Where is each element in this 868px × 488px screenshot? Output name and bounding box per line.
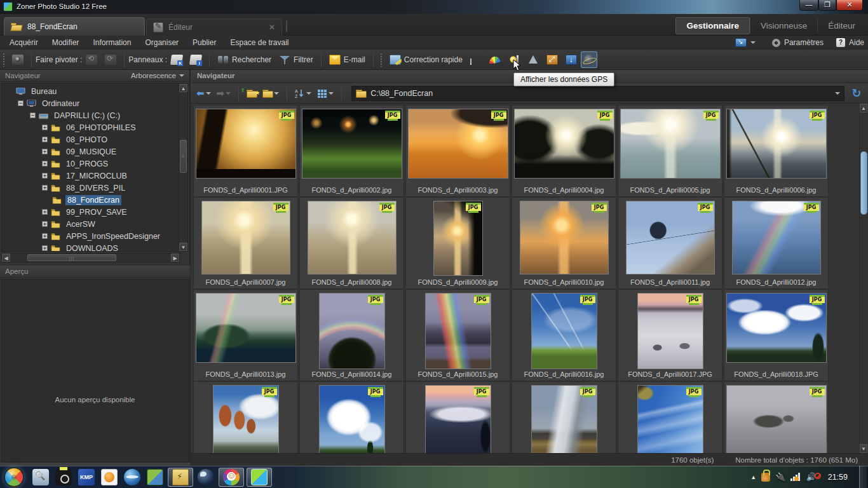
tree-item-08-photo[interactable]: +08_PHOTO xyxy=(2,133,179,146)
tree-expander-icon[interactable]: + xyxy=(42,149,48,154)
maximize-button[interactable]: ❐ xyxy=(818,0,836,11)
tree-item-ordinateur[interactable]: −Ordinateur xyxy=(2,97,179,109)
parametres-button[interactable]: Paramètres xyxy=(784,38,824,47)
scroll-right-icon[interactable]: ▶ xyxy=(171,254,179,262)
thumbnail-cell-22[interactable]: JPG xyxy=(512,382,616,453)
sharpen-button[interactable] xyxy=(524,53,543,67)
rotate-right-button[interactable] xyxy=(101,53,120,67)
open-folder-taskbar-button[interactable] xyxy=(168,468,193,487)
volume-muted-icon[interactable]: 🔊 xyxy=(806,472,816,482)
mode-tab-gestionnaire[interactable]: Gestionnaire xyxy=(675,17,750,34)
close-button[interactable]: ✕ xyxy=(836,0,863,11)
back-button[interactable]: ⬅ xyxy=(194,86,213,100)
photo-thumbnail[interactable]: JPG xyxy=(637,385,703,453)
scroll-down-icon[interactable]: ▼ xyxy=(179,243,187,251)
toolbar-grip-2[interactable] xyxy=(380,53,383,67)
resize-button[interactable] xyxy=(543,53,562,67)
thumbnail-cell-10[interactable]: JPGFONDS_d_Aprilli0010.jpg xyxy=(512,198,616,288)
photo-thumbnail[interactable]: JPG xyxy=(425,385,491,453)
photo-thumbnail[interactable]: JPG xyxy=(425,293,491,369)
grid-vertical-scrollbar[interactable]: ▲ ▼ xyxy=(859,104,868,453)
scroll-left-icon[interactable]: ◀ xyxy=(2,254,10,262)
tree-item-bureau[interactable]: Bureau xyxy=(2,85,179,97)
path-dropdown-caret[interactable] xyxy=(835,92,840,95)
filtrer-button[interactable]: Filtrer xyxy=(275,53,317,67)
tree-item-10-progs[interactable]: +10_PROGS xyxy=(2,158,179,170)
favorites-button[interactable]: ★ xyxy=(261,88,281,98)
thumbnail-cell-20[interactable]: JPG xyxy=(300,382,403,453)
tree-expander-icon[interactable]: + xyxy=(42,137,48,142)
panel-info-button[interactable]: i xyxy=(186,53,205,67)
thumbnail-cell-15[interactable]: JPGFONDS_d_Aprilli0015.jpg xyxy=(406,290,510,381)
thumbnail-cell-24[interactable]: JPG xyxy=(724,382,828,453)
menu-publier[interactable]: Publier xyxy=(186,38,223,47)
new-editor-tab-button[interactable] xyxy=(286,21,297,32)
menu-organiser[interactable]: Organiser xyxy=(138,38,186,47)
camera-taskbar-icon[interactable] xyxy=(55,469,72,485)
email-button[interactable]: E-mail xyxy=(325,53,369,67)
menu-espace-de-travail[interactable]: Espace de travail xyxy=(223,38,295,47)
thumbnail-cell-12[interactable]: JPGFONDS_d_Aprilli0012.jpg xyxy=(724,198,828,288)
photo-thumbnail[interactable]: JPG xyxy=(201,201,290,274)
tree-expander-icon[interactable]: − xyxy=(18,100,24,106)
toolbar-grip[interactable] xyxy=(3,53,6,67)
thumbnail-cell-11[interactable]: JPGFONDS_d_Aprilli0011.jpg xyxy=(618,198,722,288)
favorites-caret[interactable] xyxy=(274,92,279,95)
thumbnail-cell-14[interactable]: JPGFONDS_d_Aprilli0014.jpg xyxy=(300,290,403,381)
tab-folder-88-fondecran[interactable]: 88_FondEcran xyxy=(4,17,145,36)
tree-hscroll-thumb[interactable]: ||| xyxy=(27,254,116,261)
photo-thumbnail[interactable]: JPG xyxy=(531,385,597,453)
photo-thumbnail[interactable]: JPG xyxy=(520,201,609,274)
thumbnail-cell-3[interactable]: JPGFONDS_d_Aprilli0003.jpg xyxy=(406,105,510,196)
chevron-down-icon[interactable] xyxy=(750,41,756,44)
curves-button[interactable] xyxy=(485,53,505,67)
tree-vertical-scrollbar[interactable]: ▲ ≡ ▼ xyxy=(179,83,188,252)
tree-item-09-musique[interactable]: +09_MUSIQUE xyxy=(2,146,179,158)
tree-item-acersw[interactable]: +AcerSW xyxy=(2,218,179,230)
panel-keywords-button[interactable]: K xyxy=(167,53,186,67)
photo-thumbnail[interactable]: JPG xyxy=(626,201,715,274)
tray-lock-icon[interactable] xyxy=(761,473,770,482)
aide-button[interactable]: Aide xyxy=(849,38,864,47)
browser-sphere-taskbar-icon[interactable] xyxy=(124,469,140,485)
refresh-button[interactable]: ↻ xyxy=(849,86,864,101)
dark-sphere-taskbar-icon[interactable] xyxy=(198,469,214,485)
levels-button[interactable] xyxy=(466,53,485,67)
photo-thumbnail[interactable]: JPG xyxy=(308,201,397,274)
thumbnail-cell-8[interactable]: JPGFONDS_d_Aprilli0008.jpg xyxy=(300,198,403,288)
tree-item-apps-ironspeeddesigner[interactable]: +APPS_IronSpeedDesigner xyxy=(2,230,179,242)
menu-acqu-rir[interactable]: Acquérir xyxy=(3,38,45,47)
thumbnail-cell-21[interactable]: JPG xyxy=(406,382,510,453)
tree-expander-icon[interactable]: + xyxy=(42,245,48,251)
network-icon[interactable] xyxy=(790,473,801,481)
minimize-button[interactable]: — xyxy=(799,0,818,11)
tree-item-88-divers-pil[interactable]: +88_DIVERS_PIL xyxy=(2,182,179,194)
scroll-up-icon[interactable]: ▲ xyxy=(179,84,187,92)
correction-rapide-button[interactable]: Correction rapide xyxy=(386,53,466,67)
mode-tab--diteur[interactable]: Éditeur xyxy=(817,18,865,34)
photo-thumbnail[interactable]: JPG xyxy=(213,385,279,453)
tree-expander-icon[interactable]: + xyxy=(42,209,48,215)
mode-tab-visionneuse[interactable]: Visionneuse xyxy=(750,18,817,34)
tree-expander-icon[interactable]: + xyxy=(42,173,48,179)
power-plug-icon[interactable]: 🔌 xyxy=(775,472,785,482)
path-combobox[interactable]: C:\88_FondEcran xyxy=(351,86,844,101)
rechercher-button[interactable]: Rechercher xyxy=(214,53,275,67)
media-player-taskbar-icon[interactable] xyxy=(101,469,118,485)
thumbnail-cell-9[interactable]: JPGFONDS_d_Aprilli0009.jpg xyxy=(406,198,510,288)
show-desktop-button[interactable] xyxy=(859,466,867,488)
grid-scroll-down-icon[interactable]: ▼ xyxy=(860,444,867,453)
photo-thumbnail[interactable]: JPG xyxy=(408,109,508,179)
photo-thumbnail[interactable]: JPG xyxy=(726,293,827,363)
tree-expander-icon[interactable]: + xyxy=(42,125,48,130)
tab-editor[interactable]: Éditeur ✕ xyxy=(146,18,282,36)
grid-scroll-thumb[interactable] xyxy=(860,151,867,215)
gear-icon[interactable] xyxy=(772,39,780,47)
photo-thumbnail[interactable]: JPG xyxy=(726,385,827,453)
sort-caret[interactable] xyxy=(306,92,311,95)
zoner-taskbar-button[interactable] xyxy=(247,468,272,487)
menu-information[interactable]: Information xyxy=(86,38,138,47)
thumbnail-cell-17[interactable]: JPGFONDS_d_Aprilli0017.JPG xyxy=(618,290,722,381)
tree-expander-icon[interactable]: + xyxy=(42,185,48,191)
rotate-left-button[interactable] xyxy=(82,53,101,67)
